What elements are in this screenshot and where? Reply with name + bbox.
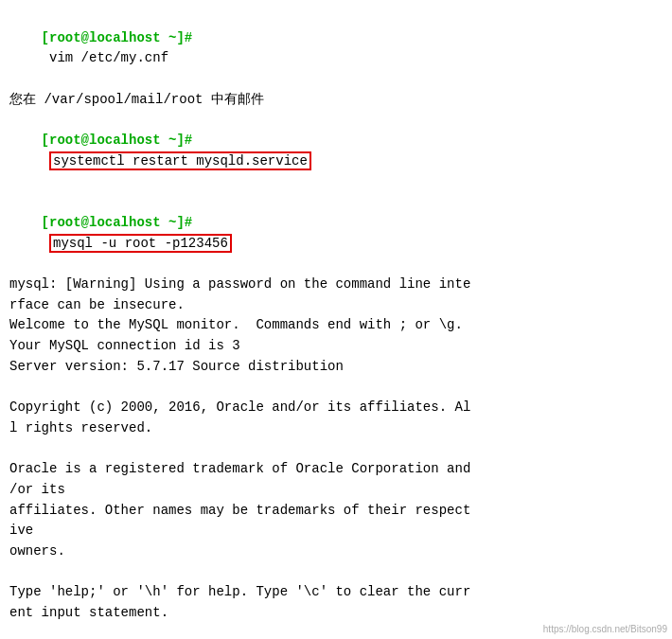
line-systemctl: [root@localhost ~]# systemctl restart my… bbox=[9, 110, 663, 192]
mysql-login-box: mysql -u root -p123456 bbox=[49, 234, 232, 253]
line-copyright-1: Copyright (c) 2000, 2016, Oracle and/or … bbox=[9, 398, 663, 418]
prompt-3: [root@localhost ~]# bbox=[42, 215, 193, 230]
line-trademark-1: Oracle is a registered trademark of Orac… bbox=[9, 459, 663, 480]
mail-notice: 您在 /var/spool/mail/root 中有邮件 bbox=[9, 90, 663, 111]
line-warning-2: rface can be insecure. bbox=[9, 295, 663, 316]
line-help-1: Type 'help;' or '\h' for help. Type '\c'… bbox=[9, 582, 663, 603]
line-blank-2 bbox=[9, 438, 663, 459]
line-trademark-3: affiliates. Other names may be trademark… bbox=[9, 501, 663, 522]
line-owners: owners. bbox=[9, 541, 663, 562]
systemctl-command-boxed: systemctl restart mysqld.service bbox=[42, 151, 311, 170]
watermark: https://blog.csdn.net/Bitson99 bbox=[543, 624, 667, 634]
line-trademark-2: /or its bbox=[9, 480, 663, 501]
line-conn-id: Your MySQL connection id is 3 bbox=[9, 336, 663, 357]
line-warning-1: mysql: [Warning] Using a password on the… bbox=[9, 275, 663, 295]
line-mysql-login: [root@localhost ~]# mysql -u root -p1234… bbox=[9, 192, 663, 275]
line-blank-1 bbox=[9, 377, 663, 398]
line-welcome-1: Welcome to the MySQL monitor. Commands e… bbox=[9, 315, 663, 336]
mysql-login-boxed: mysql -u root -p123456 bbox=[42, 234, 232, 253]
line-help-2: ent input statement. bbox=[9, 603, 663, 624]
terminal: [root@localhost ~]# vim /etc/my.cnf 您在 /… bbox=[0, 0, 672, 639]
vim-command: vim /etc/my.cnf bbox=[42, 50, 168, 65]
systemctl-box: systemctl restart mysqld.service bbox=[49, 151, 311, 170]
line-blank-3 bbox=[9, 562, 663, 583]
line-trademark-4: ive bbox=[9, 521, 663, 541]
line-server-version: Server version: 5.7.17 Source distributi… bbox=[9, 357, 663, 378]
line-copyright-2: l rights reserved. bbox=[9, 418, 663, 439]
prompt-2: [root@localhost ~]# bbox=[42, 133, 193, 148]
prompt-1: [root@localhost ~]# bbox=[42, 30, 193, 45]
line-vim-command: [root@localhost ~]# vim /etc/my.cnf bbox=[9, 8, 663, 90]
